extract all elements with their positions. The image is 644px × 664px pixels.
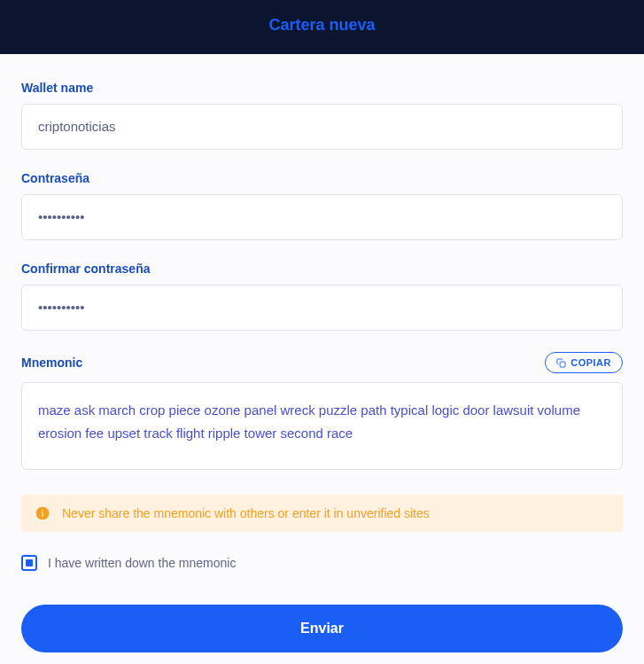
- svg-rect-0: [560, 362, 565, 367]
- copy-button-label: COPIAR: [570, 357, 611, 368]
- confirm-password-input[interactable]: [21, 285, 623, 331]
- password-input[interactable]: [21, 194, 623, 240]
- copy-button[interactable]: COPIAR: [545, 352, 623, 373]
- page-title: Cartera nueva: [268, 16, 375, 34]
- warning-text: Never share the mnemonic with others or …: [62, 506, 430, 520]
- password-label: Contraseña: [21, 171, 623, 185]
- svg-rect-2: [42, 512, 43, 517]
- mnemonic-header-row: Mnemonic COPIAR: [21, 352, 623, 373]
- mnemonic-label: Mnemonic: [21, 355, 82, 370]
- wallet-name-group: Wallet name: [21, 81, 623, 150]
- svg-rect-3: [42, 510, 43, 511]
- mnemonic-confirm-row: I have written down the mnemonic: [21, 555, 623, 571]
- copy-icon: [556, 358, 566, 368]
- page-header: Cartera nueva: [0, 0, 644, 54]
- wallet-name-input[interactable]: [21, 104, 623, 150]
- mnemonic-group: Mnemonic COPIAR maze ask march crop piec…: [21, 352, 623, 470]
- checkbox-checked-icon: [26, 559, 33, 566]
- wallet-name-label: Wallet name: [21, 81, 623, 95]
- submit-button[interactable]: Enviar: [21, 605, 623, 652]
- warning-banner: Never share the mnemonic with others or …: [21, 495, 623, 532]
- password-group: Contraseña: [21, 171, 623, 240]
- confirm-password-group: Confirmar contraseña: [21, 262, 623, 331]
- mnemonic-textarea[interactable]: maze ask march crop piece ozone panel wr…: [21, 382, 623, 470]
- mnemonic-confirm-label: I have written down the mnemonic: [48, 556, 236, 570]
- confirm-password-label: Confirmar contraseña: [21, 262, 623, 276]
- mnemonic-confirm-checkbox[interactable]: [21, 555, 37, 571]
- form-content: Wallet name Contraseña Confirmar contras…: [0, 54, 644, 664]
- info-icon: [35, 506, 50, 520]
